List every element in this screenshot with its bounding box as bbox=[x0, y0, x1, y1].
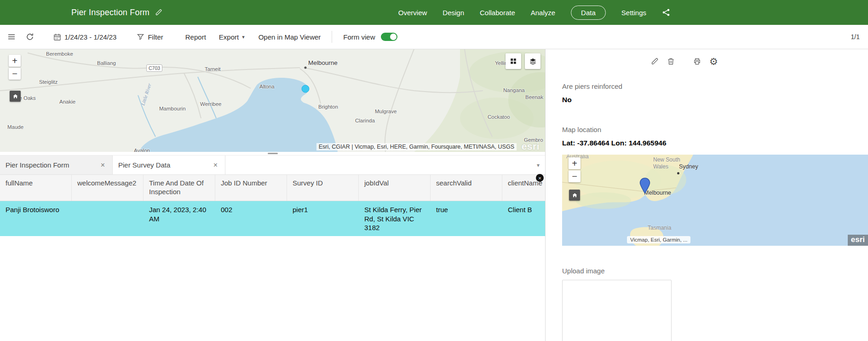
column-header-job-id[interactable]: Job ID Number bbox=[215, 175, 287, 201]
nav-analyze[interactable]: Analyze bbox=[531, 9, 555, 17]
map-label: Beremboke bbox=[46, 51, 73, 57]
field-value-lat-lon: Lat: -37.86464 Lon: 144.965946 bbox=[562, 139, 667, 147]
edit-title-icon[interactable] bbox=[155, 9, 162, 16]
nav-collaborate[interactable]: Collaborate bbox=[480, 9, 515, 17]
column-header-time-date[interactable]: Time And Date Of Inspection bbox=[144, 175, 215, 201]
tab-pier-survey-data[interactable]: Pier Survey Data × bbox=[113, 156, 225, 174]
zoom-out-button[interactable]: − bbox=[9, 68, 21, 80]
map-label-city: Melbourne bbox=[308, 59, 338, 66]
map-table-splitter bbox=[0, 152, 545, 155]
form-view-toggle[interactable] bbox=[381, 33, 397, 41]
field-label-map-location: Map location bbox=[562, 126, 601, 133]
nav-settings[interactable]: Settings bbox=[621, 9, 646, 17]
form-view-label: Form view bbox=[343, 33, 375, 41]
map-label: Altona bbox=[259, 84, 275, 89]
minimap-label: Tasmania bbox=[648, 225, 671, 231]
filter-icon bbox=[137, 33, 144, 41]
upload-image-dropzone[interactable] bbox=[562, 280, 672, 341]
data-toolbar: 1/24/23 - 1/24/23 Filter Report Export ▾… bbox=[0, 25, 868, 49]
minimap-city-dot bbox=[677, 172, 679, 174]
map-label: Steiglitz bbox=[39, 79, 57, 85]
column-header-welcomemessage2[interactable]: welcomeMessage2 bbox=[72, 175, 144, 201]
chevron-down-icon: ▾ bbox=[242, 34, 245, 40]
basemap-grid-button[interactable] bbox=[506, 53, 521, 69]
home-extent-button[interactable] bbox=[10, 91, 21, 102]
basemap-graphic bbox=[0, 49, 545, 152]
map-canvas[interactable]: Beremboke Balliang Tarneit Steiglitz Alt… bbox=[0, 49, 545, 152]
gear-icon[interactable]: ⚙ bbox=[709, 57, 718, 66]
column-header-jobidval[interactable]: jobIdVal bbox=[359, 175, 431, 201]
zoom-in-button[interactable]: + bbox=[9, 55, 21, 67]
minimap-attribution: Vicmap, Esri, Garmin, ... bbox=[627, 236, 690, 243]
map-label: Mulgrave bbox=[375, 109, 397, 114]
hide-column-badge[interactable]: × bbox=[536, 174, 544, 182]
splitter-handle[interactable] bbox=[268, 153, 278, 154]
share-icon[interactable] bbox=[662, 8, 670, 17]
menu-icon[interactable] bbox=[7, 33, 16, 41]
nav-data-active[interactable]: Data bbox=[571, 6, 606, 20]
record-actions: ⚙ bbox=[651, 57, 726, 66]
column-header-searchvalid[interactable]: searchValid bbox=[431, 175, 502, 201]
record-pager: 1/1 bbox=[851, 33, 860, 40]
map-label: Werribee bbox=[200, 101, 221, 107]
map-label: Mambourin bbox=[159, 106, 186, 111]
minimap-zoom-out-button[interactable]: − bbox=[569, 170, 581, 182]
field-value-piers-reinforced: No bbox=[562, 96, 572, 104]
map-label: Maude bbox=[7, 124, 23, 130]
table-header-row: fullName welcomeMessage2 Time And Date O… bbox=[0, 175, 545, 201]
road-shield: C703 bbox=[146, 64, 162, 72]
calendar-icon bbox=[53, 33, 61, 41]
nav-design[interactable]: Design bbox=[443, 9, 464, 17]
map-label: Clarinda bbox=[355, 118, 375, 123]
column-header-survey-id[interactable]: Survey ID bbox=[287, 175, 359, 201]
tab-label: Pier Survey Data bbox=[118, 161, 212, 169]
report-button[interactable]: Report bbox=[185, 33, 206, 41]
close-icon[interactable]: × bbox=[99, 161, 107, 169]
map-label: Brighton bbox=[318, 104, 338, 110]
close-icon[interactable]: × bbox=[212, 161, 219, 169]
cell-job-id: 002 bbox=[215, 201, 287, 236]
survey-point-marker bbox=[302, 85, 309, 92]
esri-logo: esri bbox=[848, 235, 868, 246]
table-row-selected[interactable]: Panji Brotoisworo Jan 24, 2023, 2:40 AM … bbox=[0, 201, 545, 236]
layers-icon bbox=[529, 58, 537, 65]
cell-survey-id: pier1 bbox=[287, 201, 359, 236]
date-range-label: 1/24/23 - 1/24/23 bbox=[64, 33, 116, 41]
tab-list-chevron-icon[interactable]: ▾ bbox=[537, 156, 540, 174]
filter-label: Filter bbox=[148, 33, 163, 41]
delete-record-icon[interactable] bbox=[667, 58, 675, 65]
minimap-zoom-in-button[interactable]: + bbox=[569, 157, 581, 169]
open-in-map-viewer-button[interactable]: Open in Map Viewer bbox=[259, 33, 321, 41]
page-title: Pier Inspection Form bbox=[71, 8, 149, 17]
export-label: Export bbox=[219, 33, 239, 41]
map-label: Cockatoo bbox=[488, 114, 510, 120]
filter-button[interactable]: Filter bbox=[137, 33, 163, 41]
export-button[interactable]: Export ▾ bbox=[219, 33, 245, 41]
map-label: Nangana bbox=[503, 87, 525, 93]
cell-welcomemessage2 bbox=[72, 201, 144, 236]
map-label: Avalon bbox=[134, 148, 150, 152]
cell-fullname: Panji Brotoisworo bbox=[0, 201, 72, 236]
column-header-fullname[interactable]: fullName bbox=[0, 175, 72, 201]
date-range-button[interactable]: 1/24/23 - 1/24/23 bbox=[53, 33, 116, 41]
sheet-tabbar: Pier Inspection Form × Pier Survey Data … bbox=[0, 155, 545, 175]
location-pin-icon[interactable] bbox=[639, 178, 650, 194]
toggle-knob bbox=[390, 34, 397, 40]
map-label: Balliang bbox=[97, 60, 116, 66]
top-nav: Overview Design Collaborate Analyze Data… bbox=[398, 6, 670, 20]
map-label: Beenak bbox=[525, 94, 543, 100]
cell-clientname: Client B bbox=[502, 201, 545, 236]
tab-pier-inspection-form[interactable]: Pier Inspection Form × bbox=[0, 156, 113, 174]
edit-record-icon[interactable] bbox=[651, 58, 659, 65]
field-label-piers-reinforced: Are piers reinforced bbox=[562, 82, 622, 90]
print-icon[interactable] bbox=[693, 58, 701, 65]
minimap-home-button[interactable] bbox=[569, 190, 580, 201]
layers-button[interactable] bbox=[525, 53, 540, 69]
nav-overview[interactable]: Overview bbox=[398, 9, 427, 17]
refresh-icon[interactable] bbox=[26, 33, 34, 41]
grid-icon bbox=[510, 58, 517, 65]
minimap-graphic bbox=[562, 155, 868, 246]
record-detail-panel: ⚙ Are piers reinforced No Map location L… bbox=[545, 49, 868, 341]
detail-minimap-canvas[interactable]: Australia New South Wales Sydney Melbour… bbox=[562, 155, 868, 246]
minimap-label: Sydney bbox=[679, 163, 698, 170]
